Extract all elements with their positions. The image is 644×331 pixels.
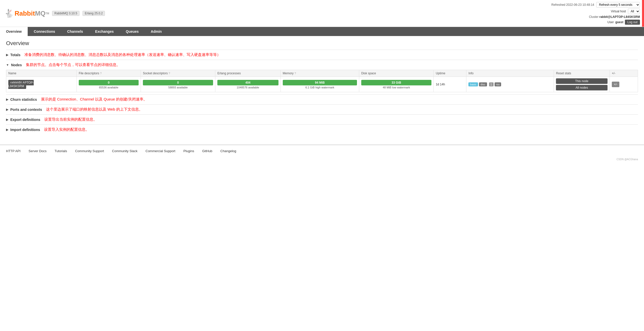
info-badges: basic disc 1 rss [468,82,552,86]
churn-section-header[interactable]: ▶ Churn statistics 展示的是 Connection、Chann… [6,94,638,104]
footer-link-http-api[interactable]: HTTP API [6,149,21,153]
nodes-label: Nodes [11,63,22,67]
all-nodes-button[interactable]: All nodes [556,85,608,90]
footer: HTTP API Server Docs Tutorials Community… [0,145,644,157]
plus-minus-cell: +/- [610,77,638,92]
col-socket-desc: Socket descriptors ? [141,70,215,77]
erlang-proc-cell: 404 1048576 available [215,77,281,92]
nodes-section-header[interactable]: ▼ Nodes 集群的节点。点击每个节点，可以查看节点的详细信息。 [6,60,638,70]
logo-tm: TM [46,12,49,15]
footer-link-tutorials[interactable]: Tutorials [55,149,67,153]
import-section: ▶ Import definitions 设置导入实例的配置信息。 [6,124,638,135]
plus-minus-button[interactable]: +/- [612,82,619,87]
badge-rss[interactable]: rss [495,82,501,86]
import-arrow-icon: ▶ [6,128,8,131]
col-disk-space: Disk space [359,70,433,77]
footer-link-commercial-support[interactable]: Commercial Support [146,149,176,153]
memory-cell: 94 MiB 6.1 GiB high watermark [280,77,359,92]
this-node-button[interactable]: This node [556,78,608,84]
col-uptime: Uptime [434,70,466,77]
cluster-name: rabbit@LAPTOP-L84SKSRM [599,15,640,19]
col-memory: Memory ? [280,70,359,77]
badge-basic[interactable]: basic [468,82,478,86]
ports-annotation: 这个里边展示了端口的映射信息以及 Web 的上下文信息。 [46,107,143,112]
totals-section: ▶ Totals 准备消费的消息数、待确认的消息数、消息总数以及消息的各种处理速… [6,50,638,60]
file-desc-bar: 0 [79,80,139,85]
badge-num[interactable]: 1 [489,82,494,86]
uptime-value: 1d 14h [436,83,445,86]
export-annotation: 设置导出当前实例的配置信息。 [44,117,97,122]
erlang-proc-bar-container: 404 1048576 available [217,80,278,89]
erlang-proc-available: 1048576 available [217,86,278,89]
export-arrow-icon: ▶ [6,118,8,121]
navigation: Overview Connections Channels Exchanges … [0,27,644,36]
churn-annotation: 展示的是 Connection、Channel 以及 Queue 的创建/关闭速… [41,97,147,102]
totals-annotation: 准备消费的消息数、待确认的消息数、消息总数以及消息的各种处理速率（发送速率、确认… [24,52,221,57]
logout-button[interactable]: Log out [625,20,640,25]
import-label: Import definitions [10,128,40,132]
churn-section: ▶ Churn statistics 展示的是 Connection、Chann… [6,94,638,104]
erlang-proc-bar: 404 [217,80,278,85]
refresh-select[interactable]: Refresh every 5 seconds Refresh every 10… [596,2,640,8]
socket-desc-bar-container: 0 58893 available [143,80,213,89]
memory-bar-container: 94 MiB 6.1 GiB high watermark [283,80,357,89]
export-section: ▶ Export definitions 设置导出当前实例的配置信息。 [6,114,638,124]
import-section-header[interactable]: ▶ Import definitions 设置导入实例的配置信息。 [6,125,638,135]
tab-overview[interactable]: Overview [0,27,28,36]
badge-disc[interactable]: disc [479,82,487,86]
disk-watermark: 48 MiB low watermark [361,86,431,89]
export-label: Export definitions [10,118,40,122]
uptime-cell: 1d 14h [434,77,466,92]
churn-label: Churn statistics [10,97,37,102]
socket-desc-available: 58893 available [143,86,213,89]
cluster-row: Cluster rabbit@LAPTOP-L84SKSRM [589,15,640,19]
col-file-desc: File descriptors ? [76,70,141,77]
ports-label: Ports and contexts [10,108,42,112]
file-desc-cell: 0 65536 available [76,77,141,92]
tab-queues[interactable]: Queues [120,27,145,36]
nodes-annotation: 集群的节点。点击每个节点，可以查看节点的详细信息。 [26,62,120,67]
logo-area: 🐇 RabbitMQTM RabbitMQ 3.10.5 Erlang 25.0… [4,9,105,18]
file-desc-available: 65536 available [79,86,139,89]
footer-link-github[interactable]: GitHub [202,149,212,153]
footer-link-community-slack[interactable]: Community Slack [112,149,137,153]
col-erlang-proc: Erlang processes [215,70,281,77]
ports-section-header[interactable]: ▶ Ports and contexts 这个里边展示了端口的映射信息以及 We… [6,105,638,114]
erlang-version-badge: Erlang 25.0.2 [83,11,105,16]
totals-label: Totals [10,53,20,57]
info-cell: basic disc 1 rss [466,77,554,92]
footer-link-server-docs[interactable]: Server Docs [29,149,47,153]
ports-arrow-icon: ▶ [6,108,8,111]
rabbitmq-version-badge: RabbitMQ 3.10.5 [52,11,79,16]
disk-bar-container: 33 GiB 48 MiB low watermark [361,80,431,89]
vhost-row: Virtual host All [611,9,640,14]
import-annotation: 设置导入实例的配置信息。 [44,127,89,132]
file-desc-bar-container: 0 65536 available [79,80,139,89]
nodes-section: ▼ Nodes 集群的节点。点击每个节点，可以查看节点的详细信息。 Name F… [6,60,638,92]
col-plus-minus: +/- [610,70,638,77]
tab-channels[interactable]: Channels [61,27,89,36]
cluster-label: Cluster [589,15,598,19]
main-content: Overview ▶ Totals 准备消费的消息数、待确认的消息数、消息总数以… [0,36,644,139]
page-title: Overview [6,40,638,47]
totals-section-header[interactable]: ▶ Totals 准备消费的消息数、待确认的消息数、消息总数以及消息的各种处理速… [6,50,638,60]
footer-link-changelog[interactable]: Changelog [220,149,236,153]
churn-arrow-icon: ▶ [6,98,8,101]
tab-connections[interactable]: Connections [28,27,61,36]
vhost-select[interactable]: All [628,9,640,14]
tab-exchanges[interactable]: Exchanges [89,27,120,36]
vhost-label: Virtual host [611,10,626,13]
refresh-row: Refreshed 2022-06-23 10:48:14 Refresh ev… [551,2,640,8]
node-name[interactable]: rabbit@LAPTOP-L84SKSRM [8,80,34,89]
socket-desc-cell: 0 58893 available [141,77,215,92]
export-section-header[interactable]: ▶ Export definitions 设置导出当前实例的配置信息。 [6,115,638,124]
watermark: CSDN @ACGhana [0,157,644,163]
rabbit-icon: 🐇 [4,9,14,18]
refresh-timestamp: Refreshed 2022-06-23 10:48:14 [551,3,594,7]
footer-link-community-support[interactable]: Community Support [75,149,104,153]
logo-rabbit: Rabbit [15,10,35,17]
table-row: rabbit@LAPTOP-L84SKSRM 0 65536 available… [6,77,638,92]
tab-admin[interactable]: Admin [145,27,168,36]
footer-link-plugins[interactable]: Plugins [183,149,194,153]
col-info: Info [466,70,554,77]
